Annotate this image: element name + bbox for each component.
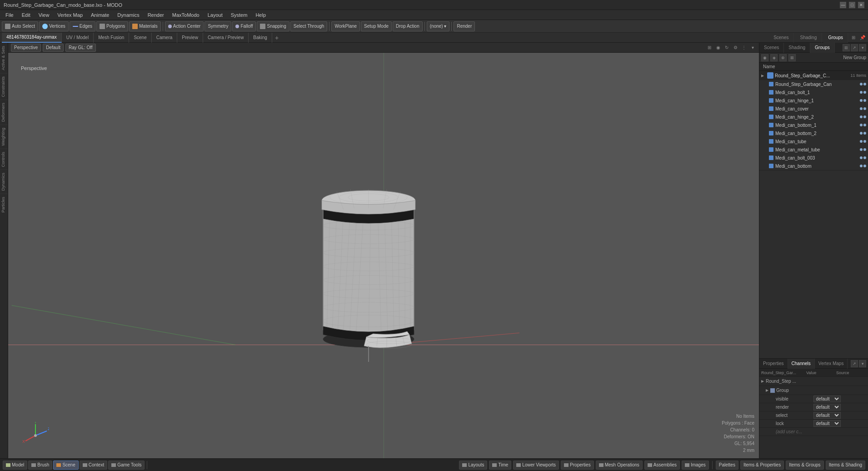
viewport-maximize-icon[interactable]: ⊞ bbox=[706, 44, 713, 51]
palettes-button[interactable]: Palettes bbox=[716, 461, 738, 470]
groups-icon-btn-2[interactable]: ◈ bbox=[770, 54, 778, 61]
lock-select[interactable]: default bbox=[813, 420, 841, 427]
right-tab-scenes[interactable]: Scenes bbox=[759, 43, 784, 53]
minimize-button[interactable]: — bbox=[840, 2, 846, 8]
right-panel-icon-3[interactable]: ▾ bbox=[859, 44, 866, 51]
group-header[interactable]: ▶ Round_Step_Garbage_C... 11 Items bbox=[759, 71, 868, 80]
properties-button[interactable]: Properties bbox=[561, 461, 594, 470]
render-button[interactable]: Render bbox=[454, 21, 475, 31]
left-tab-deformers[interactable]: Deformers bbox=[0, 100, 8, 125]
menu-system[interactable]: System bbox=[227, 11, 251, 19]
action-center-button[interactable]: Action Center bbox=[165, 21, 204, 31]
auto-select-button[interactable]: Auto Select bbox=[2, 21, 38, 31]
falloff-button[interactable]: Falloff bbox=[232, 21, 256, 31]
groups-icon-btn-1[interactable]: ◉ bbox=[761, 54, 768, 61]
right-shading-tab[interactable]: Shading bbox=[796, 33, 822, 43]
tree-item-2[interactable]: Medi_can_hinge_1 bbox=[759, 96, 868, 105]
tree-item-3[interactable]: Medi_can_cover bbox=[759, 105, 868, 113]
workplane-button[interactable]: WorkPlane bbox=[331, 21, 360, 31]
polygons-button[interactable]: Polygons bbox=[96, 21, 128, 31]
menu-animate[interactable]: Animate bbox=[87, 11, 113, 19]
menu-layout[interactable]: Layout bbox=[204, 11, 226, 19]
tree-item-0[interactable]: Round_Step_Garbage_Can bbox=[759, 80, 868, 88]
right-groups-tab[interactable]: Groups bbox=[823, 33, 848, 43]
mesh-operations-button[interactable]: Mesh Operations bbox=[596, 461, 643, 470]
context-button[interactable]: Context bbox=[80, 461, 107, 470]
prop-value-render[interactable]: default bbox=[813, 404, 841, 411]
menu-help[interactable]: Help bbox=[252, 11, 269, 19]
viewport-options-icon[interactable]: ▾ bbox=[749, 44, 756, 51]
select-select[interactable]: default bbox=[813, 412, 841, 419]
vertices-button[interactable]: Vertices bbox=[39, 21, 69, 31]
menu-vertex-map[interactable]: Vertex Map bbox=[54, 11, 86, 19]
scene-button[interactable]: Scene bbox=[53, 461, 78, 470]
viewport-shading-button[interactable]: Default bbox=[43, 44, 64, 52]
game-tools-button[interactable]: Game Tools bbox=[108, 461, 145, 470]
edges-button[interactable]: Edges bbox=[70, 21, 95, 31]
tree-item-5[interactable]: Medi_can_bottom_1 bbox=[759, 121, 868, 129]
close-button[interactable]: ✕ bbox=[858, 2, 864, 8]
viewport-rotate-icon[interactable]: ↻ bbox=[723, 44, 730, 51]
snapping-button[interactable]: Snapping bbox=[257, 21, 289, 31]
prop-value-select[interactable]: default bbox=[813, 412, 841, 419]
right-panel-icon-2[interactable]: ↗ bbox=[851, 44, 858, 51]
visible-select[interactable]: default bbox=[813, 396, 841, 402]
viewport-canvas[interactable]: Perspective Z Y X N bbox=[8, 53, 759, 458]
prop-value-lock[interactable]: default bbox=[813, 420, 841, 427]
layouts-button[interactable]: Layouts bbox=[459, 461, 487, 470]
prop-expand-icon[interactable]: ↗ bbox=[851, 360, 858, 367]
setup-mode-button[interactable]: Setup Mode bbox=[361, 21, 392, 31]
drop-action-button[interactable]: Drop Action bbox=[393, 21, 423, 31]
menu-edit[interactable]: Edit bbox=[18, 11, 34, 19]
menu-maxtomodo[interactable]: MaxToModo bbox=[169, 11, 203, 19]
items-groups-button[interactable]: Items & Groups bbox=[786, 461, 823, 470]
tab-add-button[interactable]: + bbox=[272, 34, 281, 41]
tab-scene[interactable]: Scene bbox=[129, 33, 151, 43]
viewport-render-icon[interactable]: ◉ bbox=[714, 44, 722, 51]
tab-baking[interactable]: Baking bbox=[249, 33, 272, 43]
scene-tree[interactable]: ▶ Round_Step_Garbage_C... 11 Items Round… bbox=[759, 71, 868, 358]
left-tab-controls[interactable]: Controls bbox=[0, 149, 8, 170]
tab-preview[interactable]: Preview bbox=[177, 33, 203, 43]
right-tab-groups[interactable]: Groups bbox=[810, 43, 835, 53]
time-button[interactable]: Time bbox=[489, 461, 511, 470]
prop-tree-root[interactable]: ▶ Round_Step ... bbox=[759, 377, 868, 386]
tree-item-9[interactable]: Medi_can_bolt_003 bbox=[759, 154, 868, 162]
tab-main[interactable]: 481467803184ay-unmax bbox=[2, 33, 62, 43]
brush-button[interactable]: Brush bbox=[28, 461, 52, 470]
viewport-ray-gl-button[interactable]: Ray GL: Off bbox=[65, 44, 96, 52]
prop-tab-vertex-maps[interactable]: Vertex Maps bbox=[815, 359, 848, 369]
tree-item-1[interactable]: Medi_can_bolt_1 bbox=[759, 88, 868, 96]
viewport-settings-icon[interactable]: ⚙ bbox=[732, 44, 739, 51]
tab-camera-preview[interactable]: Camera / Preview bbox=[203, 33, 249, 43]
groups-icon-btn-4[interactable]: ⊠ bbox=[788, 54, 796, 61]
left-tab-constraints[interactable]: Constraints bbox=[0, 73, 8, 100]
prop-tree-group[interactable]: ▶ Group bbox=[759, 386, 868, 395]
prop-tab-channels[interactable]: Channels bbox=[788, 359, 815, 369]
tab-uv-model[interactable]: UV / Model bbox=[62, 33, 94, 43]
left-tab-active-sets[interactable]: Active & Sets bbox=[0, 43, 8, 73]
viewport-more-icon[interactable]: ⋮ bbox=[740, 44, 748, 51]
select-through-button[interactable]: Select Through bbox=[290, 21, 328, 31]
left-tab-weighting[interactable]: Weighting bbox=[0, 125, 8, 149]
prop-options-icon[interactable]: ▾ bbox=[859, 360, 866, 367]
items-properties-button[interactable]: Items & Properties bbox=[740, 461, 784, 470]
left-tab-particles[interactable]: Particles bbox=[0, 194, 8, 215]
maximize-button[interactable]: □ bbox=[849, 2, 855, 8]
left-tab-dynamics[interactable]: Dynamics bbox=[0, 170, 8, 194]
prop-tab-properties[interactable]: Properties bbox=[759, 359, 788, 369]
assemblies-button[interactable]: Assemblies bbox=[644, 461, 680, 470]
right-scenes-tab[interactable]: Scenes bbox=[769, 33, 793, 43]
tree-item-10[interactable]: Medi_can_bottom bbox=[759, 162, 868, 170]
menu-render[interactable]: Render bbox=[144, 11, 168, 19]
lower-viewports-button[interactable]: Lower Viewports bbox=[513, 461, 559, 470]
right-panel-icon-1[interactable]: ⊞ bbox=[843, 44, 850, 51]
menu-view[interactable]: View bbox=[35, 11, 53, 19]
viewport-type-button[interactable]: Perspective bbox=[11, 44, 41, 52]
images-button[interactable]: Images bbox=[682, 461, 709, 470]
menu-file[interactable]: File bbox=[2, 11, 17, 19]
new-group-button[interactable]: New Group bbox=[843, 55, 866, 60]
tab-camera[interactable]: Camera bbox=[152, 33, 178, 43]
tree-item-8[interactable]: Medi_can_metal_tube bbox=[759, 145, 868, 154]
menu-dynamics[interactable]: Dynamics bbox=[114, 11, 143, 19]
